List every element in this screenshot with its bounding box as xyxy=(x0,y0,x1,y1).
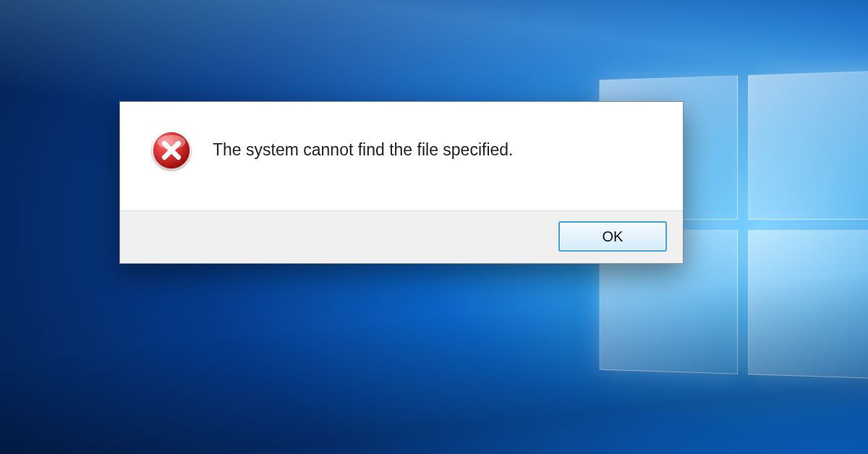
dialog-footer: OK xyxy=(120,210,683,263)
svg-point-2 xyxy=(158,135,186,149)
ok-button[interactable]: OK xyxy=(558,221,667,252)
error-icon xyxy=(149,128,194,173)
error-dialog: The system cannot find the file specifie… xyxy=(119,101,684,264)
dialog-message: The system cannot find the file specifie… xyxy=(213,140,514,161)
desktop-background: The system cannot find the file specifie… xyxy=(0,0,868,454)
dialog-body: The system cannot find the file specifie… xyxy=(120,102,683,210)
